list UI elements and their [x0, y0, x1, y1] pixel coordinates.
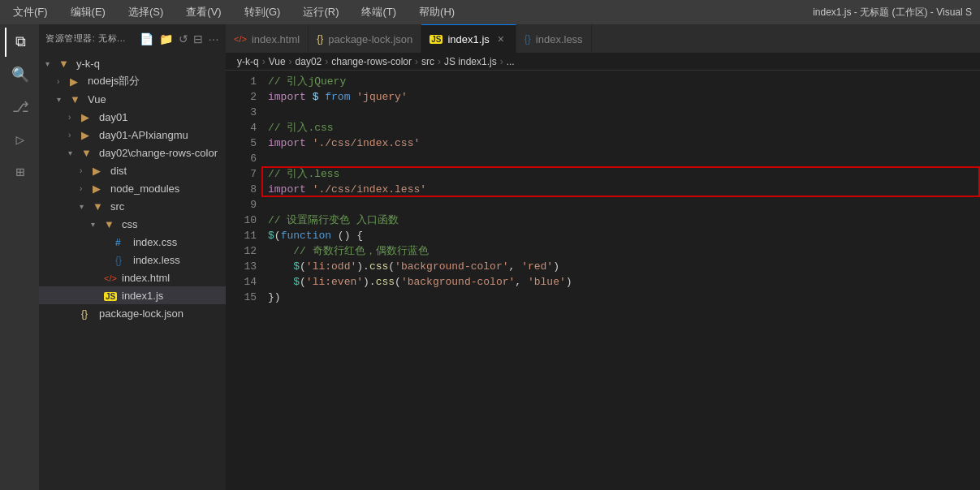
tree-item-y-k-q[interactable]: ▾▼y-k-q: [39, 54, 226, 72]
code-token: import: [268, 89, 306, 105]
new-folder-icon[interactable]: 📁: [159, 32, 174, 45]
menu-item[interactable]: 运行(R): [298, 3, 343, 21]
code-token: import: [268, 135, 306, 151]
tree-item-label: dist: [110, 165, 226, 177]
menu-item[interactable]: 终端(T): [356, 3, 401, 21]
breadcrumb-item[interactable]: Vue: [269, 56, 286, 67]
tree-item-label: css: [122, 218, 226, 230]
tab-bar: </>index.html{}package-lock.jsonJSindex1…: [226, 24, 980, 53]
code-line: import $ from 'jquery': [268, 89, 980, 105]
tree-item-dist[interactable]: ›▶dist: [39, 161, 226, 179]
sidebar-header-icons[interactable]: 📄 📁 ↺ ⊟ ···: [140, 32, 219, 45]
breadcrumb-item[interactable]: ...: [507, 56, 515, 67]
tree-item-label: index1.js: [122, 290, 226, 302]
code-token: // 引入jQuery: [268, 74, 346, 89]
code-token: 'red': [521, 259, 553, 274]
breadcrumb-item[interactable]: day02: [296, 56, 322, 67]
sidebar-header-title: 资源管理器: 无标...: [45, 32, 126, 45]
tree-item-label: nodejs部分: [88, 74, 226, 88]
menu-item[interactable]: 选择(S): [123, 3, 168, 21]
code-token: $: [293, 274, 300, 290]
tree-item-css[interactable]: ▾▼css: [39, 215, 226, 233]
tree-item-package-lock[interactable]: {}package-lock.json: [39, 304, 226, 322]
tree-item-index1-js[interactable]: JSindex1.js: [39, 286, 226, 304]
activity-icon-extensions[interactable]: ⊞: [5, 157, 34, 187]
code-token: 'background-color': [401, 274, 515, 290]
activity-icon-run[interactable]: ▷: [5, 125, 34, 154]
new-file-icon[interactable]: 📄: [140, 32, 154, 45]
breadcrumb-item[interactable]: y-k-q: [237, 56, 259, 67]
tree-item-nodejs[interactable]: ›▶nodejs部分: [39, 72, 226, 90]
breadcrumb-separator: ›: [289, 56, 292, 67]
folder-open-icon: ▼: [104, 218, 119, 230]
menu-item[interactable]: 转到(G): [240, 3, 286, 21]
tab-package-lock-tab[interactable]: {}package-lock.json: [309, 24, 421, 53]
code-token: css: [376, 274, 395, 290]
menu-item[interactable]: 编辑(E): [66, 3, 110, 21]
code-token: 'li:even': [306, 274, 363, 290]
menu-item[interactable]: 文件(F): [8, 3, 53, 21]
code-token: (: [300, 259, 306, 274]
more-icon[interactable]: ···: [209, 32, 219, 45]
tree-item-index-less[interactable]: {}index.less: [39, 251, 226, 269]
code-token: [318, 89, 325, 105]
code-token: }): [268, 290, 281, 305]
code-token: $: [313, 89, 319, 105]
tree-item-day01[interactable]: ›▶day01: [39, 108, 226, 126]
code-token: [306, 89, 313, 105]
tab-label: index.less: [536, 33, 583, 45]
tree-item-index-html[interactable]: </>index.html: [39, 269, 226, 286]
menu-item[interactable]: 帮助(H): [414, 3, 460, 21]
tree-item-day02[interactable]: ▾▼day02\change-rows-color: [39, 144, 226, 161]
tree-item-label: day01: [99, 111, 226, 123]
tree-item-Vue[interactable]: ▾▼Vue: [39, 90, 226, 108]
code-line: // 奇数行红色，偶数行蓝色: [268, 243, 980, 259]
folder-open-icon: ▼: [70, 93, 84, 105]
arrow-icon: ▾: [68, 148, 81, 157]
tab-label: index.html: [252, 33, 300, 45]
activity-icon-source-control[interactable]: ⎇: [5, 92, 34, 122]
line-number: 14: [226, 274, 257, 290]
code-content[interactable]: // 引入jQueryimport $ from 'jquery'// 引入.c…: [265, 71, 980, 490]
code-token: 'background-color': [395, 259, 508, 274]
code-token: // 奇数行红色，偶数行蓝色: [293, 243, 428, 259]
activity-icon-search[interactable]: 🔍: [5, 60, 34, 89]
menu-bar[interactable]: 文件(F)编辑(E)选择(S)查看(V)转到(G)运行(R)终端(T)帮助(H): [8, 3, 490, 21]
tab-index-less-tab[interactable]: {}index.less: [516, 24, 592, 53]
refresh-icon[interactable]: ↺: [179, 32, 189, 45]
tree-item-day01-api[interactable]: ›▶day01-APIxiangmu: [39, 126, 226, 144]
code-editor[interactable]: 123456789101112131415 // 引入jQueryimport …: [226, 71, 980, 490]
tree-item-src[interactable]: ▾▼src: [39, 197, 226, 215]
code-token: (: [300, 274, 306, 290]
code-token: [350, 89, 356, 105]
breadcrumb-item[interactable]: src: [421, 56, 434, 67]
tab-index-html-tab[interactable]: </>index.html: [226, 24, 309, 53]
tab-close-button[interactable]: ×: [494, 32, 507, 45]
code-token: ,: [515, 274, 528, 290]
code-token: 'blue': [528, 274, 566, 290]
tree-item-node_modules[interactable]: ›▶node_modules: [39, 179, 226, 197]
arrow-icon: ›: [80, 184, 93, 193]
tree-item-index-css[interactable]: #index.css: [39, 233, 226, 251]
tab-index1-js-tab[interactable]: JSindex1.js×: [421, 24, 516, 53]
code-token: [306, 182, 313, 197]
activity-icon-explorer[interactable]: ⧉: [5, 28, 34, 57]
tree-item-label: index.css: [133, 236, 226, 248]
menu-item[interactable]: 查看(V): [181, 3, 226, 21]
title-bar: 文件(F)编辑(E)选择(S)查看(V)转到(G)运行(R)终端(T)帮助(H)…: [0, 0, 980, 24]
arrow-icon: ›: [57, 77, 70, 86]
css-icon: #: [115, 236, 130, 248]
breadcrumb-item[interactable]: change-rows-color: [331, 56, 412, 67]
code-token: $: [293, 259, 300, 274]
code-token: [268, 259, 293, 274]
breadcrumb-item[interactable]: JS index1.js: [444, 56, 497, 67]
code-line: // 引入.less: [268, 166, 980, 182]
tab-label: package-lock.json: [328, 33, 412, 45]
code-token: 'jquery': [356, 89, 407, 105]
line-number: 4: [226, 120, 257, 135]
json-tab-icon: {}: [317, 33, 323, 45]
collapse-icon[interactable]: ⊟: [193, 32, 204, 45]
line-number: 10: [226, 213, 257, 228]
code-token: $: [268, 228, 274, 243]
code-token: [268, 274, 293, 290]
